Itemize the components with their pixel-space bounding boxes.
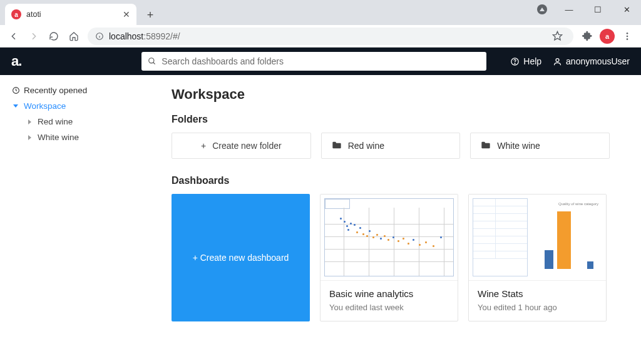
- sidebar: Recently opened Workspace Red wine White…: [0, 75, 163, 364]
- plus-icon: +: [193, 253, 200, 263]
- chevron-right-icon: [25, 119, 34, 124]
- help-icon: [510, 57, 520, 66]
- folder-label: White wine: [497, 141, 540, 151]
- folder-card-whitewine[interactable]: White wine: [470, 133, 610, 159]
- svg-point-4: [627, 33, 628, 34]
- extensions-icon[interactable]: [578, 28, 596, 45]
- sidebar-item-label: Red wine: [38, 117, 73, 126]
- dashboard-subtitle: You edited last week: [329, 303, 449, 312]
- chevron-down-icon: [11, 104, 20, 108]
- dashboard-card-analytics[interactable]: Basic wine analytics You edited last wee…: [320, 194, 458, 321]
- url-path: :58992/#/: [143, 31, 180, 41]
- dashboard-title: Wine Stats: [478, 288, 597, 299]
- help-link[interactable]: Help: [510, 56, 541, 66]
- address-bar: localhost:58992/#/ a: [0, 25, 641, 48]
- dashboards-heading: Dashboards: [172, 175, 610, 186]
- svg-line-8: [153, 63, 155, 64]
- svg-point-11: [556, 58, 559, 61]
- svg-marker-3: [553, 31, 562, 39]
- home-button[interactable]: [65, 28, 83, 45]
- search-input[interactable]: [162, 56, 480, 66]
- app-logo: a.: [11, 53, 21, 69]
- tab-title: atoti: [26, 10, 118, 19]
- url-input[interactable]: localhost:58992/#/: [88, 28, 573, 45]
- folders-heading: Folders: [172, 114, 610, 125]
- dashboard-subtitle: You edited 1 hour ago: [478, 303, 597, 312]
- sidebar-item-whitewine[interactable]: White wine: [0, 129, 163, 145]
- dashboard-card-stats[interactable]: Quality of wine category Wine Stats You …: [468, 194, 607, 321]
- search-icon: [148, 57, 156, 66]
- profile-avatar[interactable]: a: [598, 28, 616, 45]
- folder-label: Red wine: [348, 141, 384, 151]
- chevron-right-icon: [25, 135, 34, 140]
- url-host: localhost: [109, 31, 143, 41]
- content-area: Workspace Folders + Create new folder Re…: [163, 75, 641, 364]
- user-label: anonymousUser: [566, 56, 630, 66]
- dashboard-thumbnail: [320, 195, 458, 281]
- help-label: Help: [523, 56, 541, 66]
- sidebar-item-label: White wine: [38, 133, 79, 142]
- star-icon[interactable]: [548, 28, 566, 45]
- svg-point-10: [515, 63, 515, 64]
- browser-tab-strip: a atoti ✕ + ― ☐ ✕: [0, 0, 641, 25]
- svg-point-6: [627, 38, 628, 40]
- close-window-button[interactable]: ✕: [612, 0, 641, 19]
- maximize-button[interactable]: ☐: [583, 0, 612, 19]
- plus-icon: +: [201, 141, 206, 151]
- profile-indicator-icon[interactable]: [530, 0, 555, 19]
- sidebar-workspace[interactable]: Workspace: [0, 98, 163, 114]
- new-tab-button[interactable]: +: [141, 6, 159, 24]
- minimize-button[interactable]: ―: [555, 0, 583, 19]
- create-dashboard-button[interactable]: + Create new dashboard: [172, 194, 310, 321]
- folder-card-redwine[interactable]: Red wine: [321, 133, 461, 159]
- browser-tab[interactable]: a atoti ✕: [5, 4, 136, 25]
- create-dashboard-label: Create new dashboard: [200, 253, 289, 263]
- back-button[interactable]: [5, 28, 23, 45]
- sidebar-item-label: Recently opened: [24, 86, 87, 95]
- page-title: Workspace: [172, 86, 610, 103]
- sidebar-recently-opened[interactable]: Recently opened: [0, 83, 163, 98]
- create-folder-label: Create new folder: [212, 141, 282, 151]
- svg-point-7: [149, 58, 154, 63]
- create-folder-button[interactable]: + Create new folder: [172, 133, 311, 159]
- folder-icon: [332, 141, 342, 151]
- search-box[interactable]: [141, 52, 486, 71]
- favicon-icon: a: [11, 9, 21, 19]
- user-icon: [553, 57, 562, 66]
- app-header: a. Help anonymousUser: [0, 48, 641, 75]
- sidebar-item-label: Workspace: [24, 101, 66, 111]
- clock-icon: [11, 86, 20, 94]
- info-icon: [95, 32, 104, 41]
- close-icon[interactable]: ✕: [123, 9, 130, 19]
- sidebar-item-redwine[interactable]: Red wine: [0, 114, 163, 129]
- user-menu[interactable]: anonymousUser: [553, 56, 630, 66]
- folder-icon: [481, 141, 491, 151]
- dashboard-thumbnail: Quality of wine category: [469, 195, 606, 281]
- forward-button[interactable]: [25, 28, 43, 45]
- svg-point-5: [627, 35, 628, 37]
- dashboard-title: Basic wine analytics: [329, 288, 449, 299]
- reload-button[interactable]: [45, 28, 63, 45]
- menu-icon[interactable]: [618, 28, 636, 45]
